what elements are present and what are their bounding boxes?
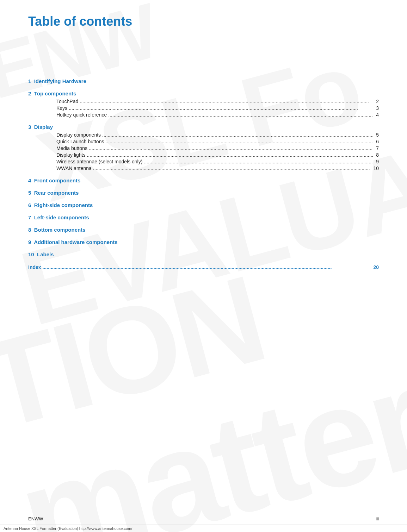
toc-item-label-media-buttons: Media buttons — [56, 145, 87, 151]
section-title-6: Right-side components — [34, 202, 93, 208]
toc-item-label-wwan: WWAN antenna — [56, 165, 92, 171]
toc-page-quick-launch: 6 — [376, 139, 379, 144]
toc-dots-media-buttons: ........................................… — [89, 145, 373, 151]
toc-item-label-quick-launch: Quick Launch buttons — [56, 139, 104, 144]
toc-item-label-keys: Keys — [56, 105, 67, 111]
toc-item-label-wireless: Wireless antennae (select models only) — [56, 159, 142, 164]
watermark-line-5: matter — [4, 337, 407, 532]
toc-dots-touchpad: ........................................… — [80, 99, 373, 104]
page-title: Table of contents — [28, 14, 379, 29]
section-title-8: Bottom components — [34, 227, 86, 233]
toc-item-label-hotkey: Hotkey quick reference — [56, 112, 107, 118]
toc-item-quick-launch: Quick Launch buttons ...................… — [28, 139, 379, 144]
toc-dots-display-lights: ........................................… — [87, 152, 373, 158]
toc-section-2: 2 Top components TouchPad ..............… — [28, 90, 379, 118]
section-title-10: Labels — [37, 251, 54, 257]
toc-index-row: Index ..................................… — [28, 264, 379, 270]
toc-heading-9: 9 Additional hardware components — [28, 239, 379, 245]
toc-page-wwan: 10 — [373, 165, 379, 171]
toc-section-3: 3 Display Display components ...........… — [28, 124, 379, 171]
toc-item-wireless: Wireless antennae (select models only) .… — [28, 159, 379, 164]
index-page: 20 — [373, 264, 379, 270]
toc-section-10: 10 Labels — [28, 251, 379, 257]
toc-item-media-buttons: Media buttons ..........................… — [28, 145, 379, 151]
toc-dots-hotkey: ........................................… — [108, 112, 373, 118]
toc-dots-wireless: ........................................… — [144, 159, 373, 164]
toc-dots-keys: ........................................… — [69, 105, 373, 111]
toc-item-label-touchpad: TouchPad — [56, 99, 78, 104]
toc-page-media-buttons: 7 — [376, 145, 379, 151]
toc-dots-display-components: ........................................… — [102, 132, 373, 138]
toc-item-label-display-components: Display components — [56, 132, 101, 138]
section-title-4: Front components — [34, 177, 81, 183]
section-title-2: Top components — [34, 90, 76, 96]
section-num-5: 5 — [28, 190, 31, 196]
section-num-2: 2 — [28, 90, 31, 96]
toc-item-wwan: WWAN antenna ...........................… — [28, 165, 379, 171]
section-num-8: 8 — [28, 227, 31, 233]
toc-heading-7: 7 Left-side components — [28, 214, 379, 220]
toc-page-wireless: 9 — [376, 159, 379, 164]
toc-content: Table of contents 1 Identifying Hardware… — [28, 14, 379, 270]
section-title-9: Additional hardware components — [34, 239, 118, 245]
toc-page-display-components: 5 — [376, 132, 379, 138]
index-dots: ........................................… — [43, 264, 372, 270]
toc-page-hotkey: 4 — [376, 112, 379, 118]
section-num-4: 4 — [28, 177, 31, 183]
watermark-line-4: TION — [0, 248, 277, 457]
toc-dots-wwan: ........................................… — [93, 165, 371, 171]
toc-section-6: 6 Right-side components — [28, 202, 379, 208]
page-container: ENW XSL Fo EVALUA TION matter Table of c… — [0, 0, 407, 532]
section-num-7: 7 — [28, 214, 31, 220]
section-title-3: Display — [34, 124, 53, 130]
section-num-6: 6 — [28, 202, 31, 208]
index-label: Index — [28, 264, 41, 270]
section-num-9: 9 — [28, 239, 31, 245]
toc-item-display-lights: Display lights .........................… — [28, 152, 379, 158]
toc-heading-8: 8 Bottom components — [28, 227, 379, 233]
toc-item-hotkey: Hotkey quick reference .................… — [28, 112, 379, 118]
toc-page-display-lights: 8 — [376, 152, 379, 158]
toc-heading-6: 6 Right-side components — [28, 202, 379, 208]
footer: ENWW iii — [0, 516, 407, 521]
section-title-5: Rear components — [34, 190, 79, 196]
section-num-10: 10 — [28, 251, 34, 257]
footer-left: ENWW — [28, 516, 43, 521]
toc-item-display-components: Display components .....................… — [28, 132, 379, 138]
toc-section-1: 1 Identifying Hardware — [28, 78, 379, 84]
footer-note: Antenna House XSL Formatter (Evaluation)… — [0, 525, 407, 532]
toc-heading-4: 4 Front components — [28, 177, 379, 183]
section-title-1: Identifying Hardware — [34, 78, 86, 84]
toc-heading-5: 5 Rear components — [28, 190, 379, 196]
toc-heading-2: 2 Top components — [28, 90, 379, 96]
toc-item-keys: Keys ...................................… — [28, 105, 379, 111]
toc-dots-quick-launch: ........................................… — [105, 139, 373, 144]
toc-item-touchpad: TouchPad ...............................… — [28, 99, 379, 104]
toc-section-9: 9 Additional hardware components — [28, 239, 379, 245]
toc-item-label-display-lights: Display lights — [56, 152, 85, 158]
toc-section-7: 7 Left-side components — [28, 214, 379, 220]
toc-page-keys: 3 — [376, 105, 379, 111]
toc-section-8: 8 Bottom components — [28, 227, 379, 233]
toc-heading-1: 1 Identifying Hardware — [28, 78, 379, 84]
section-title-7: Left-side components — [34, 214, 89, 220]
footer-right: iii — [376, 516, 379, 521]
section-num-1: 1 — [28, 78, 31, 84]
toc-heading-10: 10 Labels — [28, 251, 379, 257]
toc-section-5: 5 Rear components — [28, 190, 379, 196]
toc-section-4: 4 Front components — [28, 177, 379, 183]
toc-heading-3: 3 Display — [28, 124, 379, 130]
toc-page-touchpad: 2 — [376, 99, 379, 104]
section-num-3: 3 — [28, 124, 31, 130]
